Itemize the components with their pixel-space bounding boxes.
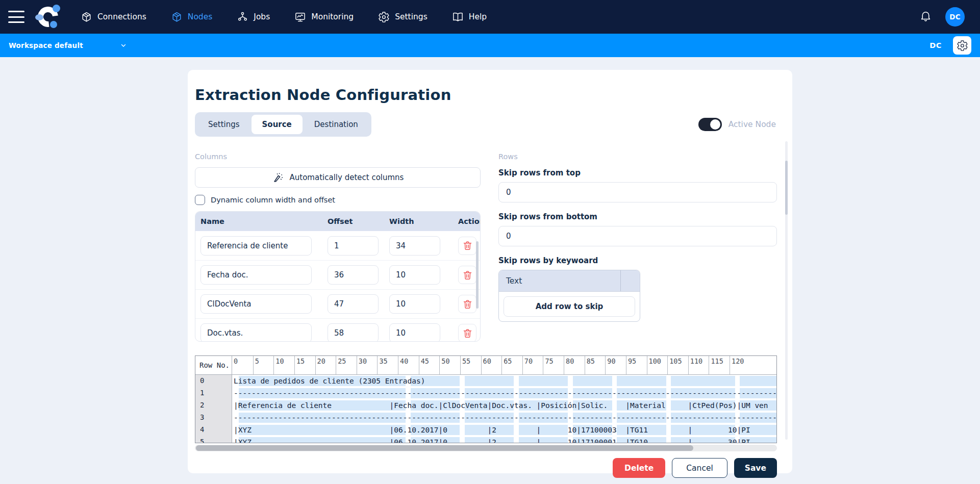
nav-item-help[interactable]: Help (452, 11, 487, 23)
nav-item-monitoring[interactable]: Monitoring (294, 11, 354, 23)
column-width-input[interactable] (389, 236, 440, 256)
file-preview-table: Row No. 05101520253035404550556065707580… (195, 355, 777, 443)
keyword-action-column-stub (620, 270, 640, 291)
logo-dot (35, 14, 43, 20)
book-icon (452, 11, 464, 23)
tab-destination[interactable]: Destination (304, 115, 369, 134)
trash-icon (462, 328, 473, 339)
ruler-tick: 110 (688, 356, 709, 374)
node-configuration-card: Extraction Node Configuration SettingsSo… (188, 70, 792, 473)
columns-section-label: Columns (195, 152, 481, 161)
ruler-tick: 85 (585, 356, 606, 374)
main-nav: ConnectionsNodesJobsMonitoringSettingsHe… (81, 11, 487, 23)
page-title: Extraction Node Configuration (195, 86, 777, 104)
content-vertical-scrollbar[interactable] (785, 141, 788, 440)
delete-column-button[interactable] (458, 266, 476, 284)
active-node-toggle[interactable] (698, 118, 722, 131)
nav-item-connections[interactable]: Connections (81, 11, 146, 23)
save-button[interactable]: Save (734, 458, 777, 478)
column-name-input[interactable] (200, 236, 312, 256)
cube-icon (171, 11, 183, 23)
ruler-tick: 120 (730, 356, 750, 374)
nav-item-jobs[interactable]: Jobs (237, 11, 270, 23)
preview-row: 3---------------------------------------… (195, 412, 776, 424)
user-avatar[interactable]: DC (945, 7, 965, 27)
nav-item-nodes[interactable]: Nodes (171, 11, 213, 23)
preview-row: 1---------------------------------------… (195, 387, 776, 399)
logo-dot (50, 21, 57, 28)
ruler-tick: 80 (564, 356, 585, 374)
detect-columns-button[interactable]: Automatically detect columns (195, 167, 481, 188)
chevron-down-icon[interactable] (120, 42, 127, 49)
workspace-bar: Workspace default DC (0, 34, 980, 57)
rows-section-label: Rows (498, 152, 777, 161)
columns-table-scrollbar[interactable] (476, 241, 479, 309)
scrollbar-thumb[interactable] (196, 445, 693, 451)
app-logo[interactable] (36, 5, 60, 29)
ruler-tick: 20 (315, 356, 336, 374)
col-header-action: Action (451, 217, 481, 225)
scrollbar-thumb[interactable] (785, 161, 788, 215)
config-tabs: SettingsSourceDestination (195, 112, 371, 137)
column-offset-input[interactable] (328, 236, 379, 256)
delete-column-button[interactable] (458, 324, 476, 342)
tab-settings[interactable]: Settings (197, 115, 250, 134)
col-header-offset: Offset (328, 217, 389, 225)
dynamic-width-checkbox[interactable] (195, 195, 205, 205)
workspace-settings-button[interactable] (953, 36, 971, 55)
column-definition-row (195, 231, 480, 260)
preview-row-text: |XYZ |06.10.2017|0 |2 | 10|17100003 |TG1… (232, 424, 776, 436)
column-width-input[interactable] (389, 323, 440, 342)
ruler-tick: 0 (232, 356, 253, 374)
skip-keyword-table-header: Text (499, 270, 640, 292)
preview-row-number: 5 (195, 436, 232, 443)
ruler-tick: 105 (667, 356, 688, 374)
nav-item-label: Jobs (254, 12, 270, 21)
ruler-tick: 55 (460, 356, 481, 374)
nav-item-label: Settings (395, 12, 428, 21)
delete-column-button[interactable] (458, 295, 476, 313)
preview-horizontal-scrollbar[interactable] (195, 445, 777, 451)
preview-row-number: 4 (195, 424, 232, 436)
hamburger-menu-icon[interactable] (8, 11, 24, 23)
column-name-input[interactable] (200, 265, 312, 285)
ruler-tick: 90 (605, 356, 626, 374)
preview-row-text: ----------------------------------------… (232, 412, 776, 424)
preview-row-text: Lista de pedidos de cliente (2305 Entrad… (232, 375, 776, 387)
ruler-tick: 60 (481, 356, 502, 374)
column-width-input[interactable] (389, 294, 440, 314)
ruler-tick: 75 (543, 356, 564, 374)
notifications-bell-icon[interactable] (919, 10, 932, 24)
nav-item-label: Monitoring (311, 12, 354, 21)
column-offset-input[interactable] (328, 265, 379, 285)
column-offset-input[interactable] (328, 294, 379, 314)
delete-column-button[interactable] (458, 237, 476, 255)
ruler-tick: 70 (522, 356, 543, 374)
preview-row-number: 0 (195, 375, 232, 387)
ruler-tick: 10 (273, 356, 294, 374)
ruler-tick: 15 (294, 356, 315, 374)
cancel-button[interactable]: Cancel (672, 458, 727, 478)
column-offset-input[interactable] (328, 323, 379, 342)
dynamic-width-label: Dynamic column width and offset (211, 196, 335, 204)
ruler-tick: 100 (647, 356, 668, 374)
column-definition-row (195, 260, 480, 289)
skip-top-input[interactable] (498, 182, 777, 202)
nav-item-settings[interactable]: Settings (378, 11, 428, 23)
trash-icon (462, 240, 473, 251)
column-width-input[interactable] (389, 265, 440, 285)
active-node-label: Active Node (728, 120, 776, 129)
trash-icon (462, 299, 473, 310)
delete-button[interactable]: Delete (613, 458, 665, 478)
ruler-tick: 30 (357, 356, 378, 374)
workspace-selector-label[interactable]: Workspace default (9, 41, 83, 49)
monitor-icon (294, 11, 306, 23)
skip-keyword-label: Skip rows by keywoard (498, 256, 777, 265)
column-name-input[interactable] (200, 294, 312, 314)
tab-source[interactable]: Source (252, 115, 303, 134)
column-name-input[interactable] (200, 323, 312, 342)
skip-bottom-input[interactable] (498, 226, 777, 246)
ruler-tick: 95 (626, 356, 647, 374)
skip-bottom-label: Skip rows from bottom (498, 212, 777, 221)
add-row-to-skip-button[interactable]: Add row to skip (504, 296, 635, 317)
